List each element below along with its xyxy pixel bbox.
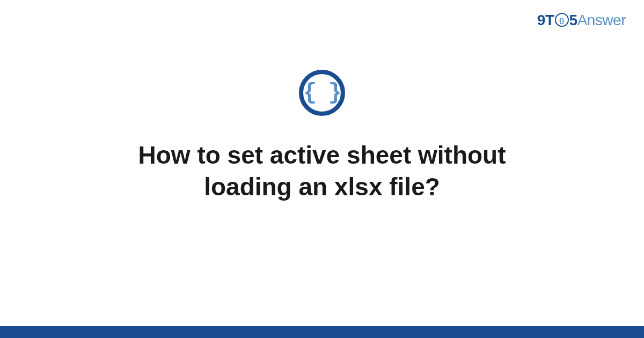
logo-text-5: 5	[569, 12, 577, 29]
logo-text-9t: 9T	[537, 12, 554, 29]
main-content: { } How to set active sheet without load…	[0, 70, 644, 203]
logo-text-answer: Answer	[577, 12, 626, 29]
logo-clock-icon: {}	[555, 13, 569, 27]
category-icon-circle: { }	[299, 70, 345, 116]
site-logo[interactable]: 9T {} 5 Answer	[537, 12, 626, 29]
footer-accent-bar	[0, 326, 644, 338]
question-title: How to set active sheet without loading …	[80, 139, 564, 203]
logo-clock-inner: {}	[559, 17, 564, 24]
code-braces-icon: { }	[303, 82, 341, 104]
